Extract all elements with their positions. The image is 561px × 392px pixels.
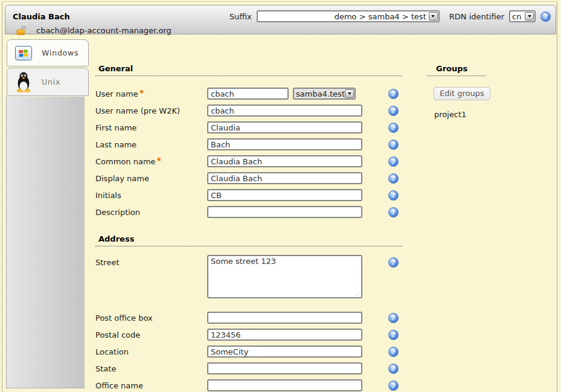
module-tabs: Windows Unix: [6, 37, 89, 388]
display-name-input[interactable]: [207, 172, 362, 184]
form-area: General User name✱ samba4.test ? User na…: [95, 37, 406, 392]
chevron-down-icon: [429, 12, 438, 21]
field-label: Office name: [95, 381, 207, 390]
required-icon: ✱: [157, 156, 162, 162]
groups-panel: Groups Edit groups project1: [428, 37, 506, 119]
tab-unix-label: Unix: [42, 77, 60, 86]
user-name-input[interactable]: [207, 88, 289, 100]
help-icon[interactable]: ?: [540, 11, 551, 22]
help-icon[interactable]: ?: [388, 140, 399, 150]
rdn-select[interactable]: cn: [509, 10, 536, 22]
first-name-input[interactable]: [207, 121, 362, 133]
chevron-down-icon: [525, 12, 534, 21]
initials-input[interactable]: [207, 189, 362, 201]
help-icon[interactable]: ?: [388, 313, 399, 323]
form-row-pre-w2k: User name (pre W2K) ?: [95, 102, 399, 119]
windows-logo-icon: [14, 46, 33, 60]
required-icon: ✱: [139, 89, 144, 95]
form-row-user-name: User name✱ samba4.test ?: [95, 85, 399, 102]
page-title: Claudia Bach: [13, 12, 70, 21]
help-icon[interactable]: ?: [388, 106, 399, 116]
field-label: First name: [95, 123, 207, 132]
form-row-state: State ?: [95, 360, 399, 377]
field-label: Display name: [95, 174, 207, 183]
form-row-first-name: First name ?: [95, 119, 399, 136]
field-label: User name: [95, 89, 138, 98]
form-row-location: Location ?: [95, 343, 399, 360]
help-icon[interactable]: ?: [388, 173, 399, 184]
field-label: Initials: [95, 191, 207, 200]
form-row-street: Street ⋰ ?: [95, 254, 399, 306]
help-icon[interactable]: ?: [388, 364, 399, 374]
help-icon[interactable]: ?: [388, 123, 399, 133]
location-input[interactable]: [207, 345, 362, 358]
field-label: Street: [95, 254, 207, 267]
postal-code-input[interactable]: [207, 329, 362, 341]
tab-windows-label: Windows: [42, 48, 79, 57]
help-icon[interactable]: ?: [388, 347, 399, 357]
section-heading-address: Address: [95, 234, 402, 246]
form-row-description: Description ?: [95, 204, 399, 220]
chevron-down-icon: [345, 89, 354, 98]
help-icon[interactable]: ?: [388, 330, 399, 340]
help-icon[interactable]: ?: [388, 190, 399, 201]
sidebar-background: [6, 97, 85, 388]
field-label: Post office box: [95, 313, 207, 323]
form-row-initials: Initials ?: [95, 187, 399, 204]
resize-grip-icon[interactable]: ⋰: [354, 294, 359, 297]
last-name-input[interactable]: [207, 138, 362, 150]
suffix-label: Suffix: [229, 12, 252, 21]
form-row-display-name: Display name ?: [95, 170, 399, 187]
field-label: Common name: [95, 157, 156, 166]
form-row-po-box: Post office box ?: [95, 309, 399, 326]
form-row-postal-code: Postal code ?: [95, 326, 399, 343]
group-member: project1: [434, 110, 506, 119]
rdn-select-value: cn: [510, 12, 524, 21]
office-name-input[interactable]: [207, 379, 362, 391]
form-row-last-name: Last name ?: [95, 136, 399, 153]
street-textarea[interactable]: [207, 255, 362, 298]
form-row-office-name: Office name ?: [95, 377, 399, 392]
rdn-label: RDN identifier: [449, 12, 504, 21]
account-dn: cbach@ldap-account-manager.org: [36, 26, 172, 35]
field-label: Location: [95, 347, 207, 356]
help-icon[interactable]: ?: [388, 257, 399, 268]
common-name-input[interactable]: [207, 155, 362, 167]
help-icon[interactable]: ?: [388, 207, 399, 217]
tab-windows[interactable]: Windows: [7, 39, 89, 66]
section-heading-groups: Groups: [428, 64, 486, 76]
tab-unix[interactable]: Unix: [7, 68, 89, 96]
suffix-select-value: demo > samba4 > test: [258, 12, 428, 21]
domain-select[interactable]: samba4.test: [293, 88, 356, 100]
unlock-icon: [16, 26, 27, 35]
po-box-input[interactable]: [207, 312, 362, 324]
help-icon[interactable]: ?: [388, 156, 399, 167]
domain-select-value: samba4.test: [294, 89, 344, 98]
help-icon[interactable]: ?: [388, 89, 399, 99]
section-heading-general: General: [95, 64, 402, 76]
pre-w2k-input[interactable]: [207, 104, 362, 117]
edit-groups-button[interactable]: Edit groups: [434, 87, 490, 100]
tux-icon: [14, 71, 33, 93]
field-label: User name (pre W2K): [95, 106, 207, 115]
field-label: State: [95, 364, 207, 373]
form-row-common-name: Common name✱ ?: [95, 153, 399, 170]
field-label: Description: [95, 208, 207, 217]
field-label: Postal code: [95, 330, 207, 339]
help-icon[interactable]: ?: [388, 381, 399, 391]
state-input[interactable]: [207, 362, 362, 374]
account-header: Claudia Bach Suffix demo > samba4 > test…: [5, 5, 556, 34]
field-label: Last name: [95, 140, 207, 149]
description-input[interactable]: [207, 206, 362, 218]
suffix-select[interactable]: demo > samba4 > test: [257, 10, 440, 22]
